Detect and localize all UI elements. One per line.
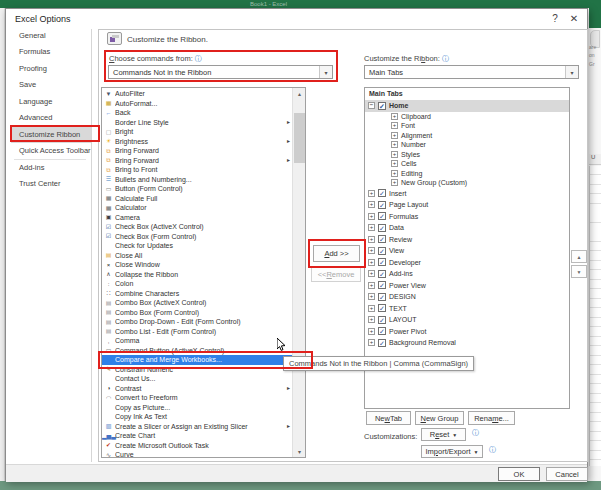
expander-icon[interactable]: + <box>368 224 375 231</box>
checkbox[interactable]: ✓ <box>378 270 386 278</box>
expander-icon[interactable]: + <box>368 293 375 300</box>
command-item[interactable]: Border Line Style ▸ <box>102 118 292 128</box>
expander-icon[interactable]: + <box>368 213 375 220</box>
command-item[interactable]: Copy Ink As Text ▸ <box>102 412 292 422</box>
sidebar-item[interactable]: General <box>11 27 91 44</box>
command-item[interactable]: ▦ Calculate Full ▸ <box>102 194 292 204</box>
expander-icon[interactable]: + <box>368 316 375 323</box>
remove-button[interactable]: << Remove <box>311 267 361 282</box>
expander-icon[interactable]: + <box>368 339 375 346</box>
tree-item[interactable]: + ✓ Add-ins <box>365 268 569 280</box>
checkbox[interactable]: ✓ <box>378 293 386 301</box>
command-item[interactable]: ▤ Close All ▸ <box>102 251 292 261</box>
tree-item[interactable]: + ✓ Background Removal <box>365 337 569 349</box>
tree-item[interactable]: − ✓ Home <box>365 100 569 112</box>
info-icon[interactable]: ⓘ <box>195 55 202 62</box>
expander-icon[interactable]: + <box>368 282 375 289</box>
expander-icon[interactable]: − <box>368 102 375 109</box>
command-item[interactable]: ▭ Button (Form Control) ▸ <box>102 184 292 194</box>
sidebar-item[interactable]: Proofing <box>11 60 91 77</box>
tree-item[interactable]: + ✓ TEXT <box>365 303 569 315</box>
tree-item[interactable]: + ✓ Formulas <box>365 211 569 223</box>
command-item[interactable]: ✔ Create Microsoft Outlook Task ▸ <box>102 441 292 451</box>
tree-item[interactable]: + ✓ Review <box>365 234 569 246</box>
ok-button[interactable]: OK <box>498 467 540 481</box>
tree-item[interactable]: + New Group (Custom) <box>365 178 569 188</box>
scroll-down-icon[interactable]: ▾ <box>293 446 306 457</box>
help-button[interactable]: ? <box>547 11 563 26</box>
expander-icon[interactable]: + <box>391 113 398 120</box>
checkbox[interactable]: ✓ <box>378 281 386 289</box>
command-item[interactable]: ☑ Check Box (ActiveX Control) ▸ <box>102 222 292 232</box>
expander-icon[interactable]: + <box>391 170 398 177</box>
command-item[interactable]: ▦ AutoFormat... ▸ <box>102 99 292 109</box>
tree-item[interactable]: + ✓ Power Pivot <box>365 326 569 338</box>
tree-item[interactable]: + Cells <box>365 159 569 169</box>
checkbox[interactable]: ✓ <box>378 224 386 232</box>
new-tab-button[interactable]: New Tab <box>366 411 411 425</box>
chevron-down-icon[interactable]: ▾ <box>565 66 578 78</box>
expander-icon[interactable]: + <box>391 179 398 186</box>
info-icon[interactable]: ⓘ <box>472 428 479 438</box>
move-down-icon[interactable]: ▼ <box>571 265 587 278</box>
scrollbar-thumb[interactable] <box>294 113 305 163</box>
info-icon[interactable]: ⓘ <box>489 445 496 455</box>
command-item[interactable]: ⧉ Bring to Front ▸ <box>102 165 292 175</box>
command-item[interactable]: ⧉ Bring Forward ▸ <box>102 146 292 156</box>
choose-commands-dropdown[interactable]: Commands Not in the Ribbon ▾ <box>108 65 333 79</box>
command-item[interactable]: ✎ Constrain Numeric ▸ <box>102 365 292 375</box>
command-item[interactable]: ◑ Contrast ▸ <box>102 384 292 394</box>
command-item[interactable]: ⧉ Bring Forward ▸ <box>102 156 292 166</box>
tree-item[interactable]: + Styles <box>365 150 569 160</box>
command-item[interactable]: × Close Window ▸ <box>102 260 292 270</box>
sidebar-item[interactable]: Quick Access Toolbar <box>11 143 91 160</box>
tree-item[interactable]: + ✓ Insert <box>365 188 569 200</box>
command-item[interactable]: ▣ Camera ▸ <box>102 213 292 223</box>
expander-icon[interactable]: + <box>368 270 375 277</box>
command-item[interactable]: Check for Updates ▸ <box>102 241 292 251</box>
checkbox[interactable]: ✓ <box>378 235 386 243</box>
expander-icon[interactable]: + <box>391 160 398 167</box>
expander-icon[interactable]: + <box>391 141 398 148</box>
sidebar-item[interactable]: Advanced <box>11 110 91 127</box>
command-item[interactable]: : Colon ▸ <box>102 279 292 289</box>
checkbox[interactable]: ✓ <box>378 304 386 312</box>
scroll-up-icon[interactable]: ▴ <box>293 88 306 99</box>
command-item[interactable]: ∧ Collapse the Ribbon ▸ <box>102 270 292 280</box>
expander-icon[interactable]: + <box>391 151 398 158</box>
tree-item[interactable]: + Alignment <box>365 131 569 141</box>
checkbox[interactable]: ✓ <box>378 212 386 220</box>
expander-icon[interactable]: + <box>391 132 398 139</box>
checkbox[interactable]: ✓ <box>378 339 386 347</box>
tree-item[interactable]: + Font <box>365 121 569 131</box>
tree-item[interactable]: + Editing <box>365 169 569 179</box>
checkbox[interactable]: ✓ <box>378 316 386 324</box>
tree-item[interactable]: + ✓ Power View <box>365 280 569 292</box>
command-item[interactable]: Compare and Merge Workbooks... ▸ <box>102 355 292 365</box>
command-item[interactable]: ▤ Combo Box (Form Control) ▸ <box>102 308 292 318</box>
command-item[interactable]: Contact Us... ▸ <box>102 374 292 384</box>
checkbox[interactable]: ✓ <box>378 327 386 335</box>
expander-icon[interactable]: + <box>368 328 375 335</box>
command-item[interactable]: ∿ Curve ▸ <box>102 450 292 458</box>
command-item[interactable]: ← Back ▸ <box>102 108 292 118</box>
expander-icon[interactable]: + <box>368 236 375 243</box>
checkbox[interactable]: ✓ <box>378 189 386 197</box>
command-item[interactable]: ▤ Combo Box (ActiveX Control) ▸ <box>102 298 292 308</box>
sidebar-item[interactable]: Save <box>11 77 91 94</box>
expander-icon[interactable]: + <box>368 247 375 254</box>
command-item[interactable]: ☀ Brightness ▸ <box>102 137 292 147</box>
move-up-icon[interactable]: ▲ <box>571 250 587 263</box>
sidebar-item[interactable]: Add-ins <box>11 159 91 176</box>
scrollbar[interactable]: ▴ ▾ <box>292 88 305 457</box>
tree-item[interactable]: + ✓ View <box>365 245 569 257</box>
checkbox[interactable]: ✓ <box>378 102 386 110</box>
tree-item[interactable]: + Clipboard <box>365 112 569 122</box>
add-button[interactable]: Add >> <box>313 245 360 262</box>
rename-button[interactable]: Rename... <box>468 411 515 425</box>
command-item[interactable]: ▭ Command Button (ActiveX Control) ▸ <box>102 346 292 356</box>
command-item[interactable]: ▢ Bright ▸ <box>102 127 292 137</box>
command-item[interactable]: ☰ Bullets and Numbering... ▸ <box>102 175 292 185</box>
checkbox[interactable]: ✓ <box>378 201 386 209</box>
command-item[interactable]: ◠ Convert to Freeform ▸ <box>102 393 292 403</box>
